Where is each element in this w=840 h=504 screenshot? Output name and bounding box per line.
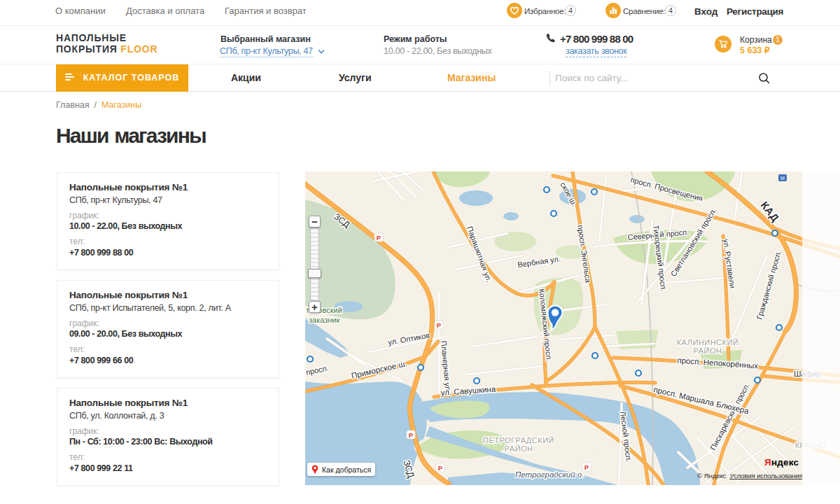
svg-text:КАЛИНИНСКИЙ: КАЛИНИНСКИЙ xyxy=(677,338,739,346)
svg-text:РАЙОН: РАЙОН xyxy=(694,346,722,355)
svg-text:М: М xyxy=(780,176,785,181)
svg-text:Р: Р xyxy=(584,463,589,471)
svg-text:заказник: заказник xyxy=(309,316,340,324)
svg-text:ПЕТРОГРАДСКИЙ: ПЕТРОГРАДСКИЙ xyxy=(483,436,554,444)
svg-text:Р: Р xyxy=(377,234,382,241)
svg-text:Р: Р xyxy=(438,464,443,472)
svg-text:Р: Р xyxy=(409,431,414,439)
svg-text:Петроградский о.: Петроградский о. xyxy=(515,470,584,479)
svg-text:РАЙОН: РАЙОН xyxy=(505,444,533,453)
svg-text:Р: Р xyxy=(437,321,442,329)
